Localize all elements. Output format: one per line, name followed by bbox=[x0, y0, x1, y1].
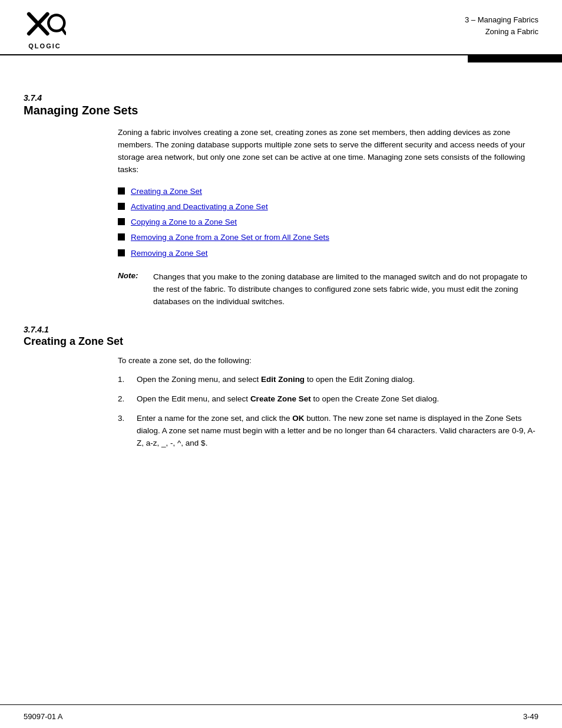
bullet-icon-3 bbox=[118, 218, 125, 225]
section-3741-title: Creating a Zone Set bbox=[24, 335, 538, 348]
footer-left: 59097-01 A bbox=[24, 712, 63, 721]
link-creating-zone-set[interactable]: Creating a Zone Set bbox=[131, 186, 202, 197]
header-chapter: 3 – Managing Fabrics bbox=[465, 14, 538, 26]
main-content: 3.7.4 Managing Zone Sets Zoning a fabric… bbox=[0, 64, 562, 480]
header-section: Zoning a Fabric bbox=[465, 26, 538, 38]
note-text: Changes that you make to the zoning data… bbox=[153, 271, 538, 308]
step-2-text-after: to open the Create Zone Set dialog. bbox=[311, 394, 439, 403]
step-1-text-plain: Open the Zoning menu, and select bbox=[137, 375, 261, 384]
step-1-text-after: to open the Edit Zoning dialog. bbox=[305, 375, 415, 384]
link-removing-zone-set[interactable]: Removing a Zone Set bbox=[131, 248, 208, 259]
step-2-text-plain: Open the Edit menu, and select bbox=[137, 394, 250, 403]
section-374-title: Managing Zone Sets bbox=[24, 104, 538, 117]
bullet-icon-5 bbox=[118, 249, 125, 256]
bullet-icon-4 bbox=[118, 233, 125, 241]
section-374-number: 3.7.4 bbox=[24, 93, 538, 103]
page-footer: 59097-01 A 3-49 bbox=[0, 704, 562, 728]
step-3-text-plain: Enter a name for the zone set, and click… bbox=[137, 414, 292, 423]
note-label: Note: bbox=[118, 271, 153, 280]
link-copying-zone[interactable]: Copying a Zone to a Zone Set bbox=[131, 216, 237, 228]
list-item: Activating and Deactivating a Zone Set bbox=[118, 201, 538, 213]
link-removing-zone[interactable]: Removing a Zone from a Zone Set or from … bbox=[131, 232, 329, 243]
header-accent-bar bbox=[0, 55, 562, 64]
step-2-text-bold: Create Zone Set bbox=[250, 394, 311, 403]
step-3-num: 3. bbox=[118, 413, 137, 425]
section-374: 3.7.4 Managing Zone Sets Zoning a fabric… bbox=[24, 93, 538, 308]
section-3741: 3.7.4.1 Creating a Zone Set To create a … bbox=[24, 325, 538, 450]
step-2-text: Open the Edit menu, and select Create Zo… bbox=[137, 393, 538, 406]
header-chapter-info: 3 – Managing Fabrics Zoning a Fabric bbox=[465, 11, 538, 37]
bullet-list: Creating a Zone Set Activating and Deact… bbox=[118, 186, 538, 259]
logo-container: QLOGIC bbox=[24, 11, 66, 50]
steps-intro: To create a zone set, do the following: bbox=[118, 355, 538, 367]
list-item: Creating a Zone Set bbox=[118, 186, 538, 197]
page-header: QLOGIC 3 – Managing Fabrics Zoning a Fab… bbox=[0, 0, 562, 55]
bullet-icon-2 bbox=[118, 203, 125, 210]
link-activating-zone-set[interactable]: Activating and Deactivating a Zone Set bbox=[131, 201, 268, 213]
step-1-num: 1. bbox=[118, 374, 137, 386]
footer-right: 3-49 bbox=[523, 712, 538, 721]
list-item: Copying a Zone to a Zone Set bbox=[118, 216, 538, 228]
black-tab-accent bbox=[468, 54, 562, 62]
step-2-num: 2. bbox=[118, 393, 137, 406]
note-block: Note: Changes that you make to the zonin… bbox=[118, 271, 538, 308]
step-1-text-bold: Edit Zoning bbox=[261, 375, 305, 384]
list-item: Removing a Zone from a Zone Set or from … bbox=[118, 232, 538, 243]
step-3-text: Enter a name for the zone set, and click… bbox=[137, 413, 538, 450]
step-1-text: Open the Zoning menu, and select Edit Zo… bbox=[137, 374, 538, 386]
svg-line-3 bbox=[62, 29, 65, 34]
bullet-icon-1 bbox=[118, 187, 125, 195]
section-374-intro: Zoning a fabric involves creating a zone… bbox=[118, 127, 538, 176]
step-1: 1. Open the Zoning menu, and select Edit… bbox=[118, 374, 538, 386]
list-item: Removing a Zone Set bbox=[118, 248, 538, 259]
steps-list: 1. Open the Zoning menu, and select Edit… bbox=[118, 374, 538, 450]
step-3-text-bold: OK bbox=[292, 414, 304, 423]
qlogic-logo bbox=[24, 11, 66, 41]
logo-wordmark: QLOGIC bbox=[28, 42, 61, 50]
section-3741-number: 3.7.4.1 bbox=[24, 325, 538, 334]
step-2: 2. Open the Edit menu, and select Create… bbox=[118, 393, 538, 406]
step-3: 3. Enter a name for the zone set, and cl… bbox=[118, 413, 538, 450]
